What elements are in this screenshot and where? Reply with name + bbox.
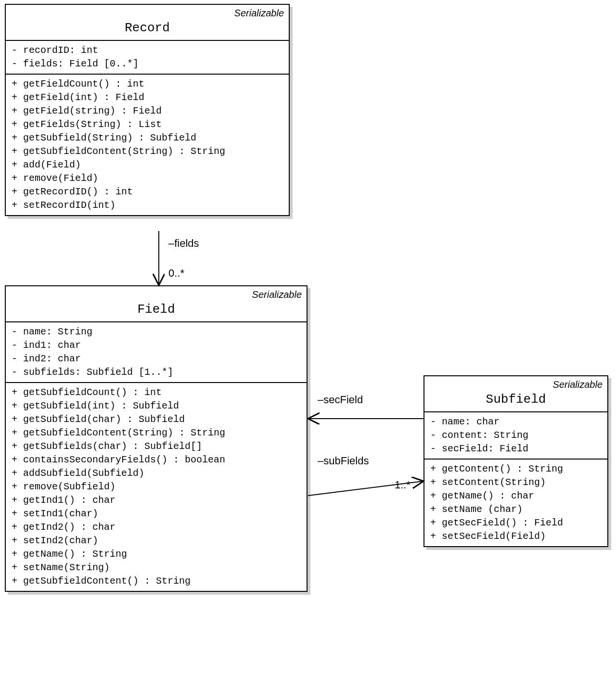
class-name: Record [11, 21, 284, 35]
attr-row: - ind2: char [12, 352, 301, 366]
attr-row: - secField: Field [430, 442, 602, 456]
op-row: + getSubfield(String) : Subfield [12, 131, 283, 145]
attr-row: - recordID: int [12, 44, 283, 57]
op-row: + getRecordID() : int [12, 185, 283, 199]
op-row: + getField(string) : Field [12, 104, 283, 118]
op-row: + setName (char) [430, 503, 602, 516]
class-name: Subfield [429, 392, 603, 407]
op-row: + addSubfield(Subfield) [12, 467, 301, 480]
attr-row: - subfields: Subfield [1..*] [12, 366, 301, 379]
op-row: + setRecordID(int) [12, 199, 283, 212]
attr-row: - name: char [430, 415, 602, 429]
class-subfield-ops: + getContent() : String + setContent(Str… [424, 460, 607, 546]
op-row: + setInd2(char) [12, 534, 301, 548]
attr-row: - content: String [430, 429, 602, 442]
op-row: + getFieldCount() : int [12, 77, 283, 91]
assoc-mult-fields: 0..* [168, 267, 184, 280]
class-field-ops: + getSubfieldCount() : int + getSubfield… [6, 383, 307, 591]
op-row: + getName() : String [12, 548, 301, 561]
op-row: + getSubfield(int) : Subfield [12, 399, 301, 413]
op-row: + getSubfield(char) : Subfield [12, 413, 301, 426]
op-row: + setSecField(Field) [430, 530, 602, 543]
stereotype-label: Serializable [11, 8, 284, 19]
op-row: + getInd2() : char [12, 521, 301, 534]
class-record-attrs: - recordID: int - fields: Field [0..*] [6, 41, 289, 75]
op-row: + remove(Field) [12, 172, 283, 185]
class-subfield-header: Serializable Subfield [424, 376, 607, 412]
op-row: + getSubfields(char) : Subfield[] [12, 440, 301, 453]
assoc-mult-subfields: 1..* [395, 479, 411, 491]
class-record-ops: + getFieldCount() : int + getField(int) … [6, 75, 289, 215]
class-subfield: Serializable Subfield - name: char - con… [424, 375, 608, 547]
op-row: + getName() : char [430, 489, 602, 503]
stereotype-label: Serializable [429, 379, 603, 390]
op-row: + getInd1() : char [12, 494, 301, 507]
class-field: Serializable Field - name: String - ind1… [5, 285, 308, 592]
op-row: + add(Field) [12, 158, 283, 172]
op-row: + getSubfieldCount() : int [12, 386, 301, 399]
op-row: + getFields(String) : List [12, 118, 283, 131]
attr-row: - fields: Field [0..*] [12, 57, 283, 71]
class-record-header: Serializable Record [6, 5, 289, 41]
attr-row: - ind1: char [12, 339, 301, 352]
op-row: + getSubfieldContent(String) : String [12, 426, 301, 440]
op-row: + getContent() : String [430, 462, 602, 476]
op-row: + getSecField() : Field [430, 516, 602, 530]
op-row: + getSubfieldContent(String) : String [12, 145, 283, 158]
stereotype-label: Serializable [11, 289, 302, 300]
class-field-attrs: - name: String - ind1: char - ind2: char… [6, 322, 307, 383]
assoc-label-subfields: –subFields [318, 455, 369, 467]
op-row: + getField(int) : Field [12, 91, 283, 104]
op-row: + setName(String) [12, 561, 301, 575]
class-subfield-attrs: - name: char - content: String - secFiel… [424, 412, 607, 460]
op-row: + containsSecondaryFields() : boolean [12, 453, 301, 467]
op-row: + setInd1(char) [12, 507, 301, 521]
op-row: + remove(Subfield) [12, 480, 301, 494]
assoc-label-fields: –fields [168, 237, 199, 250]
class-field-header: Serializable Field [6, 286, 307, 322]
op-row: + getSubfieldContent() : String [12, 575, 301, 588]
op-row: + setContent(String) [430, 476, 602, 489]
attr-row: - name: String [12, 325, 301, 339]
class-record: Serializable Record - recordID: int - fi… [5, 4, 290, 216]
assoc-label-secfield: –secField [318, 394, 363, 406]
class-name: Field [11, 302, 302, 317]
